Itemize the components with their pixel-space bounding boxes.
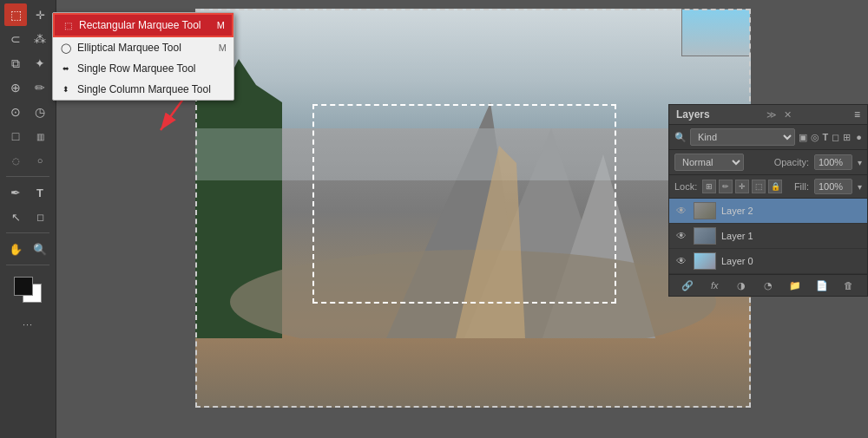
add-mask-btn[interactable]: ◑ bbox=[733, 278, 750, 292]
menu-item-label: Elliptical Marquee Tool bbox=[77, 42, 181, 54]
layer-0-thumbnail bbox=[694, 252, 716, 270]
layer-1-visibility[interactable]: 👁 bbox=[674, 229, 688, 243]
menu-item-rectangular-marquee[interactable]: ⬚ Rectangular Marquee Tool M bbox=[53, 13, 233, 37]
opacity-label: Opacity: bbox=[774, 157, 809, 167]
filter-smart-icon[interactable]: ⊞ bbox=[843, 132, 851, 143]
layer-1-thumbnail bbox=[694, 227, 716, 245]
tool-pen[interactable]: ✒ bbox=[4, 181, 27, 204]
layers-title: Layers bbox=[676, 108, 710, 121]
separator2 bbox=[6, 232, 49, 233]
foreground-color-swatch[interactable] bbox=[14, 277, 33, 296]
tool-lasso[interactable]: ⊂ bbox=[4, 28, 27, 50]
filter-pixel-icon[interactable]: ▣ bbox=[799, 132, 807, 143]
canvas-thumbnail bbox=[681, 9, 751, 56]
kind-select[interactable]: Kind bbox=[690, 128, 795, 146]
adjustment-btn[interactable]: ◔ bbox=[760, 278, 777, 292]
mountain-svg bbox=[195, 59, 751, 338]
fill-input[interactable] bbox=[814, 179, 852, 194]
tool-move[interactable]: ✛ bbox=[29, 3, 51, 26]
fill-chevron[interactable]: ▾ bbox=[858, 182, 862, 192]
menu-item-label: Single Row Marquee Tool bbox=[77, 62, 196, 75]
menu-item-elliptical-marquee[interactable]: ◯ Elliptical Marquee Tool M bbox=[53, 37, 233, 58]
tool-blur[interactable]: ◌ bbox=[4, 149, 27, 172]
single-row-icon: ⬌ bbox=[60, 62, 72, 75]
close-icon[interactable]: ✕ bbox=[784, 109, 792, 121]
toolbar-left: ⬚ ✛ ⊂ ⁂ ⧉ ✦ ⊕ ✏ ⊙ ◷ □ ▥ ◌ ○ ✒ T ↖ ◻ ✋ bbox=[0, 0, 56, 438]
tool-heal[interactable]: ⊕ bbox=[4, 76, 27, 99]
layers-header: Layers ≫ ✕ ≡ bbox=[669, 105, 867, 125]
opacity-chevron[interactable]: ▾ bbox=[858, 158, 862, 167]
lock-paint[interactable]: ✏ bbox=[719, 180, 733, 193]
rect-marquee-icon: ⬚ bbox=[62, 19, 74, 31]
link-layers-btn[interactable]: 🔗 bbox=[679, 278, 696, 292]
layer-item-2[interactable]: 👁 Layer 2 bbox=[669, 199, 867, 224]
tool-brush[interactable]: ✏ bbox=[29, 76, 51, 99]
layers-bottom-bar: 🔗 fx ◑ ◔ 📁 📄 🗑 bbox=[669, 274, 867, 296]
layer-2-name: Layer 2 bbox=[721, 206, 753, 216]
filter-adj-icon[interactable]: ◎ bbox=[811, 132, 819, 143]
tool-eyedropper[interactable]: ✦ bbox=[29, 52, 51, 75]
opacity-input[interactable] bbox=[814, 154, 852, 170]
lock-move[interactable]: ✛ bbox=[735, 180, 749, 193]
color-swatches[interactable] bbox=[12, 275, 43, 306]
tool-clone[interactable]: ⊙ bbox=[4, 101, 27, 123]
menu-item-single-row-marquee[interactable]: ⬌ Single Row Marquee Tool bbox=[53, 58, 233, 79]
tool-more[interactable]: ··· bbox=[16, 313, 39, 336]
tool-gradient[interactable]: ▥ bbox=[29, 125, 51, 147]
menu-item-label: Single Column Marquee Tool bbox=[77, 83, 211, 95]
lock-icons-group: ⊞ ✏ ✛ ⬚ 🔒 bbox=[702, 180, 782, 193]
tool-crop[interactable]: ⧉ bbox=[4, 52, 27, 75]
layer-1-name: Layer 1 bbox=[721, 231, 753, 241]
tool-eraser[interactable]: □ bbox=[4, 125, 27, 147]
layers-panel: Layers ≫ ✕ ≡ 🔍 Kind ▣ ◎ T ◻ ⊞ ● Normal O… bbox=[668, 104, 868, 297]
photo-canvas bbox=[195, 9, 751, 408]
layers-header-controls: ≫ ✕ bbox=[766, 109, 792, 121]
menu-item-single-col-marquee[interactable]: ⬍ Single Column Marquee Tool bbox=[53, 79, 233, 100]
menu-item-label: Rectangular Marquee Tool bbox=[79, 19, 201, 31]
mountains-layer bbox=[195, 128, 751, 408]
lock-artboard[interactable]: ⬚ bbox=[752, 180, 766, 193]
layer-item-1[interactable]: 👁 Layer 1 bbox=[669, 224, 867, 249]
lock-label: Lock: bbox=[674, 181, 697, 192]
single-col-icon: ⬍ bbox=[60, 83, 72, 95]
add-style-btn[interactable]: fx bbox=[706, 278, 723, 292]
tool-hand[interactable]: ✋ bbox=[4, 238, 27, 260]
layer-2-thumbnail bbox=[694, 202, 716, 219]
menu-shortcut-m2: M bbox=[219, 42, 227, 53]
menu-shortcut-m1: M bbox=[217, 20, 225, 30]
layers-filter-bar: 🔍 Kind ▣ ◎ T ◻ ⊞ ● bbox=[669, 125, 867, 150]
layer-2-visibility[interactable]: 👁 bbox=[674, 204, 688, 218]
tool-shape[interactable]: ◻ bbox=[29, 206, 51, 228]
ellipse-marquee-icon: ◯ bbox=[60, 42, 72, 54]
layers-lock-row: Lock: ⊞ ✏ ✛ ⬚ 🔒 Fill: ▾ bbox=[669, 175, 867, 199]
panel-menu-icon[interactable]: ≡ bbox=[854, 108, 860, 121]
tool-dodge[interactable]: ○ bbox=[29, 149, 51, 172]
collapse-icon[interactable]: ≫ bbox=[766, 109, 777, 121]
search-icon: 🔍 bbox=[674, 132, 687, 143]
tool-history-brush[interactable]: ◷ bbox=[29, 101, 51, 123]
tool-type[interactable]: T bbox=[29, 181, 51, 204]
tool-zoom[interactable]: 🔍 bbox=[29, 238, 51, 260]
delete-layer-btn[interactable]: 🗑 bbox=[839, 278, 857, 292]
lock-checkerboard[interactable]: ⊞ bbox=[702, 180, 716, 193]
new-layer-btn[interactable]: 📄 bbox=[813, 278, 831, 292]
layer-item-0[interactable]: 👁 Layer 0 bbox=[669, 249, 867, 274]
filter-type-icon[interactable]: T bbox=[823, 132, 829, 142]
tool-magic-wand[interactable]: ⁂ bbox=[29, 28, 51, 50]
filter-toggle[interactable]: ● bbox=[856, 132, 862, 142]
separator bbox=[6, 176, 49, 177]
lock-all[interactable]: 🔒 bbox=[768, 180, 782, 193]
filter-shape-icon[interactable]: ◻ bbox=[832, 132, 839, 143]
tool-path-select[interactable]: ↖ bbox=[4, 206, 27, 228]
blend-mode-select[interactable]: Normal bbox=[674, 154, 744, 171]
separator3 bbox=[6, 265, 49, 265]
tool-dropdown-menu: ⬚ Rectangular Marquee Tool M ◯ Elliptica… bbox=[52, 12, 234, 101]
layer-0-visibility[interactable]: 👁 bbox=[674, 254, 688, 268]
fill-label: Fill: bbox=[794, 181, 809, 192]
tool-marquee[interactable]: ⬚ bbox=[4, 3, 27, 26]
svg-rect-5 bbox=[195, 128, 751, 180]
new-group-btn[interactable]: 📁 bbox=[786, 278, 804, 292]
layer-0-name: Layer 0 bbox=[721, 256, 753, 266]
layers-mode-row: Normal Opacity: ▾ bbox=[669, 150, 867, 175]
